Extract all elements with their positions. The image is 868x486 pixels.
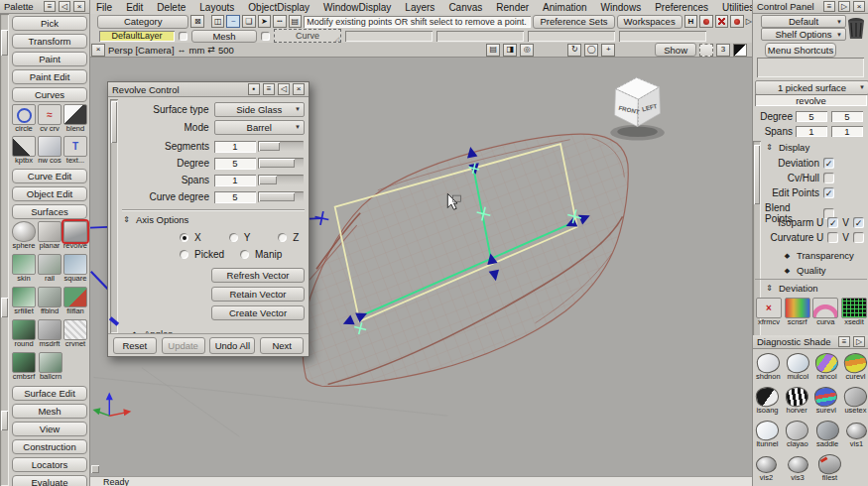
trash-icon[interactable] [846, 15, 866, 41]
menu-animation[interactable]: Animation [536, 2, 593, 13]
isoparm-v-checkbox[interactable]: ✓ [853, 217, 864, 228]
tool-vis1[interactable]: vis1 [846, 421, 867, 448]
blend-tool-icon[interactable] [63, 104, 87, 125]
tool-round[interactable]: round [12, 319, 36, 348]
camera-track-icon[interactable]: ◨ [503, 44, 517, 57]
menu-edit[interactable]: Edit [119, 2, 150, 13]
palette-tab-locators[interactable]: Locators [12, 457, 87, 472]
prompt-history-icon[interactable]: ▤ [289, 15, 303, 28]
create-vector-button[interactable]: Create Vector [211, 305, 305, 320]
dialog-scrollbar[interactable] [110, 99, 118, 333]
palette-tab-curve-edit[interactable]: Curve Edit [12, 169, 87, 183]
tool-mulcol[interactable]: mulcol [787, 353, 809, 381]
tool-scnsrf[interactable]: scnsrf [785, 298, 810, 326]
view-rotate-icon[interactable]: ↻ [567, 44, 581, 57]
combine-surface-tool-icon[interactable] [12, 352, 36, 373]
camera-label[interactable]: Persp [Camera] [108, 45, 175, 56]
skin-tool-icon[interactable] [12, 254, 36, 275]
diagnostic-shade-expand-icon[interactable]: ▷ [853, 336, 865, 347]
view-cube[interactable]: FRONT LEFT [610, 77, 665, 140]
planar-tool-icon[interactable] [38, 221, 62, 242]
axis-options-section-header[interactable]: ⇕ Axis Options [122, 214, 305, 225]
tool-horver[interactable]: horver [786, 387, 808, 415]
layer-slot-3[interactable] [528, 31, 615, 42]
curve-network-tool-icon[interactable] [63, 319, 87, 340]
menu-render[interactable]: Render [489, 2, 536, 13]
preference-sets-button[interactable]: Preference Sets [533, 15, 614, 29]
deviation-section-header[interactable]: ⇕ Deviation [765, 283, 818, 294]
menu-windowdisplay[interactable]: WindowDisplay [316, 2, 398, 13]
panes-count-button[interactable]: 3 [716, 44, 730, 57]
palette-menu-icon[interactable]: ≡ [44, 1, 56, 12]
picked-surface-header[interactable]: 1 picked surface▼ [755, 80, 868, 95]
axis-picked-radio[interactable] [180, 250, 188, 259]
keypoint-box-tool-icon[interactable] [12, 136, 36, 157]
tool-ball-corner[interactable]: ballcrn [39, 352, 62, 381]
isoparm-u-checkbox[interactable]: ✓ [827, 217, 838, 228]
tool-freeform-blend[interactable]: ffblnd [38, 287, 62, 315]
vis3-tool-icon[interactable] [788, 456, 808, 473]
segments-field[interactable]: 1 [214, 141, 256, 153]
mode-dropdown[interactable]: Barrel▼ [214, 120, 306, 135]
tool-surface-fillet[interactable]: srfillet [12, 287, 36, 315]
rail-tool-icon[interactable] [38, 254, 62, 275]
cvhull-checkbox[interactable] [823, 173, 834, 183]
diagnostic-shade-titlebar[interactable]: Diagnostic Shade ≡ ▷ [753, 335, 868, 349]
menu-objectdisplay[interactable]: ObjectDisplay [241, 2, 316, 13]
tool-planar[interactable]: planar [38, 221, 62, 250]
scnsrf-tool-icon[interactable] [785, 298, 810, 318]
menu-delete[interactable]: Delete [150, 2, 192, 13]
palette-tab-object-edit[interactable]: Object Edit [12, 186, 87, 201]
revolve-tool-icon[interactable] [63, 221, 87, 242]
display-section-header[interactable]: ⇕ Display [765, 142, 809, 153]
palette-titlebar[interactable]: Palette ≡ ◁ × [0, 0, 89, 14]
tool-multi-surface-draft[interactable]: msdrft [38, 319, 62, 348]
axis-manip-radio[interactable] [240, 250, 249, 259]
viewport-close-icon[interactable]: × [91, 44, 105, 57]
vis1-tool-icon[interactable] [846, 423, 867, 439]
xfrmcv-tool-icon[interactable]: × [756, 298, 782, 318]
tool-surevl[interactable]: surevl [814, 387, 837, 415]
menu-preferences[interactable]: Preferences [648, 2, 715, 13]
tool-keypoint-box[interactable]: kptbx [12, 136, 36, 165]
tool-rail[interactable]: rail [38, 254, 62, 283]
refresh-vector-button[interactable]: Refresh Vector [211, 268, 305, 283]
tool-saddle[interactable]: saddle [816, 421, 839, 448]
palette-tab-paint-edit[interactable]: Paint Edit [12, 69, 87, 84]
vis2-tool-icon[interactable] [756, 456, 777, 473]
quality-section-header[interactable]: ◆ Quality [783, 265, 826, 276]
surface-type-dropdown[interactable]: Side Glass▼ [214, 102, 306, 117]
undo-all-button[interactable]: Undo All [209, 337, 255, 354]
menu-file[interactable]: File [89, 2, 119, 13]
curvature-u-checkbox[interactable] [827, 232, 838, 243]
curve-degree-slider[interactable] [258, 191, 304, 202]
default-layer-checkbox[interactable] [179, 32, 187, 41]
axis-x-radio[interactable] [180, 233, 188, 242]
palette-tab-paint[interactable]: Paint [12, 52, 87, 66]
curvature-v-checkbox[interactable] [853, 232, 864, 243]
tool-curve-network[interactable]: crvnet [63, 319, 87, 348]
camera-zoom-icon[interactable]: ◎ [520, 44, 534, 57]
shade-toggle-icon[interactable] [733, 44, 747, 57]
menu-shortcuts-tab[interactable]: Menu Shortcuts [765, 43, 836, 58]
marking-menu-icon-2[interactable] [715, 15, 729, 28]
layer-slot-1[interactable] [345, 31, 433, 42]
prompt-line[interactable]: Modify existing points OR shift select t… [304, 16, 531, 28]
car-wireframe-mesh[interactable] [291, 120, 641, 400]
tool-cv-curve[interactable]: ≈cv crv [38, 104, 62, 133]
xsedit-tool-icon[interactable] [841, 298, 867, 318]
menu-layouts[interactable]: Layouts [192, 2, 241, 13]
layer-slot-2[interactable] [436, 31, 524, 42]
tool-blend[interactable]: blend [63, 104, 87, 133]
dialog-collapse-icon[interactable]: ◁ [278, 83, 290, 95]
surface-mode-icon[interactable]: ❏ [242, 15, 256, 28]
multi-surface-draft-tool-icon[interactable] [38, 319, 62, 340]
window-resize-icon[interactable] [699, 44, 713, 57]
spans-u-field[interactable]: 1 [796, 126, 827, 137]
update-button[interactable]: Update [162, 337, 205, 354]
retain-vector-button[interactable]: Retain Vector [211, 287, 305, 302]
spans-field[interactable]: 1 [214, 175, 256, 186]
tool-circle[interactable]: circle [12, 104, 36, 133]
palette-tab-pick[interactable]: Pick [12, 16, 87, 31]
tool-shdnon[interactable]: shdnon [756, 353, 781, 381]
